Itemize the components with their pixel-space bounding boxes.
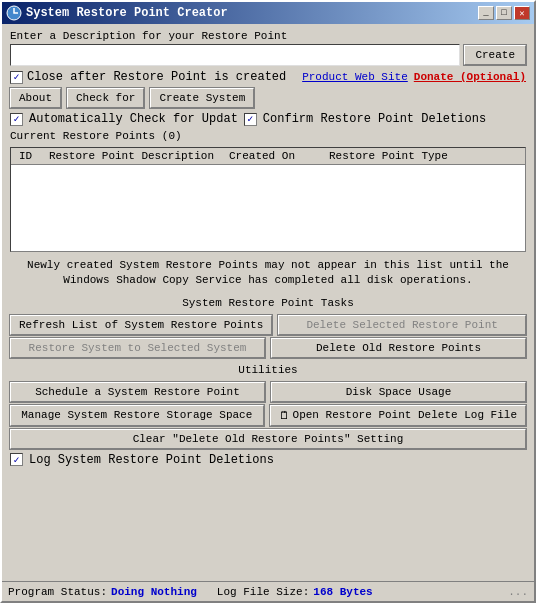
restore-points-table[interactable]: ID Restore Point Description Created On … [10, 147, 526, 252]
log-deletions-row: Log System Restore Point Deletions [10, 453, 526, 467]
status-value: Doing Nothing [111, 586, 197, 598]
log-icon: 🗒 [279, 409, 290, 422]
about-button[interactable]: About [10, 88, 61, 108]
maximize-button[interactable]: □ [496, 6, 512, 20]
tasks-row-2: Restore System to Selected System Delete… [10, 338, 526, 358]
create-button[interactable]: Create [464, 45, 526, 65]
donate-link[interactable]: Donate (Optional) [414, 71, 526, 83]
close-after-checkbox[interactable] [10, 71, 23, 84]
utilities-row-3: Clear "Delete Old Restore Points" Settin… [10, 429, 526, 449]
close-after-row: Close after Restore Point is created Pro… [10, 70, 526, 84]
close-after-checkbox-row: Close after Restore Point is created [10, 70, 296, 84]
note-text: Newly created System Restore Points may … [10, 258, 526, 289]
col-desc: Restore Point Description [45, 149, 225, 163]
disk-space-button[interactable]: Disk Space Usage [271, 382, 526, 402]
log-size-value: 168 Bytes [313, 586, 372, 598]
utilities-section: Schedule a System Restore Point Disk Spa… [10, 382, 526, 449]
titlebar-buttons: _ □ ✕ [478, 6, 530, 20]
manage-storage-button[interactable]: Manage System Restore Storage Space [10, 405, 264, 426]
app-icon [6, 5, 22, 21]
auto-check-row: Automatically Check for Updat Confirm Re… [10, 112, 526, 126]
open-log-button[interactable]: 🗒 Open Restore Point Delete Log File [270, 405, 526, 426]
current-restore-label: Current Restore Points (0) [10, 130, 526, 142]
close-button[interactable]: ✕ [514, 6, 530, 20]
description-label: Enter a Description for your Restore Poi… [10, 30, 526, 42]
description-input-row: Create [10, 44, 526, 66]
close-after-label: Close after Restore Point is created [27, 70, 286, 84]
auto-check-checkbox[interactable] [10, 113, 23, 126]
col-id: ID [15, 149, 45, 163]
delete-selected-button[interactable]: Delete Selected Restore Point [278, 315, 526, 335]
refresh-button[interactable]: Refresh List of System Restore Points [10, 315, 272, 335]
create-system-button[interactable]: Create System [150, 88, 254, 108]
product-link[interactable]: Product Web Site [302, 71, 408, 83]
log-size-label: Log File Size: [217, 586, 309, 598]
log-deletions-checkbox[interactable] [10, 453, 23, 466]
col-created: Created On [225, 149, 325, 163]
confirm-delete-checkbox[interactable] [244, 113, 257, 126]
window-title: System Restore Point Creator [26, 6, 228, 20]
confirm-delete-label: Confirm Restore Point Deletions [263, 112, 486, 126]
status-bar: Program Status: Doing Nothing Log File S… [2, 581, 534, 601]
col-type: Restore Point Type [325, 149, 485, 163]
titlebar-left: System Restore Point Creator [6, 5, 228, 21]
tasks-row-1: Refresh List of System Restore Points De… [10, 315, 526, 335]
clear-setting-button[interactable]: Clear "Delete Old Restore Points" Settin… [10, 429, 526, 449]
restore-system-button[interactable]: Restore System to Selected System [10, 338, 265, 358]
minimize-button[interactable]: _ [478, 6, 494, 20]
check-button[interactable]: Check for [67, 88, 144, 108]
utilities-label: Utilities [10, 364, 526, 376]
titlebar: System Restore Point Creator _ □ ✕ [2, 2, 534, 24]
about-row: About Check for Create System [10, 88, 526, 108]
tasks-section: Refresh List of System Restore Points De… [10, 315, 526, 358]
status-item: Program Status: Doing Nothing [8, 586, 197, 598]
status-dots: ... [508, 586, 528, 598]
log-deletions-label: Log System Restore Point Deletions [29, 453, 274, 467]
tasks-label: System Restore Point Tasks [10, 297, 526, 309]
log-size-item: Log File Size: 168 Bytes [217, 586, 373, 598]
status-label: Program Status: [8, 586, 107, 598]
utilities-row-2: Manage System Restore Storage Space 🗒 Op… [10, 405, 526, 426]
description-input[interactable] [10, 44, 460, 66]
main-content: Enter a Description for your Restore Poi… [2, 24, 534, 581]
main-window: System Restore Point Creator _ □ ✕ Enter… [0, 0, 536, 603]
delete-old-button[interactable]: Delete Old Restore Points [271, 338, 526, 358]
utilities-row-1: Schedule a System Restore Point Disk Spa… [10, 382, 526, 402]
table-header: ID Restore Point Description Created On … [11, 148, 525, 165]
description-section: Enter a Description for your Restore Poi… [10, 30, 526, 66]
auto-check-label: Automatically Check for Updat [29, 112, 238, 126]
schedule-button[interactable]: Schedule a System Restore Point [10, 382, 265, 402]
